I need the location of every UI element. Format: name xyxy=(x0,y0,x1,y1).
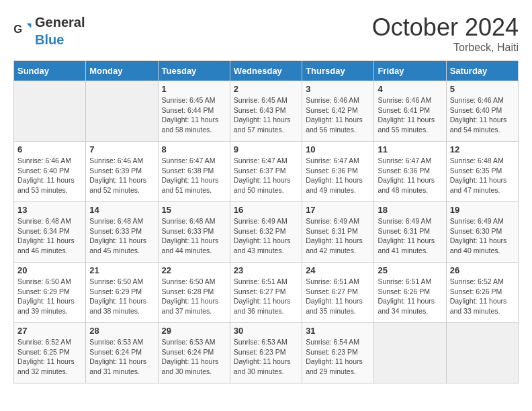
day-number: 22 xyxy=(162,265,226,275)
day-header-friday: Friday xyxy=(374,61,446,81)
day-number: 8 xyxy=(162,144,226,154)
day-info: Sunrise: 6:53 AM Sunset: 6:24 PM Dayligh… xyxy=(162,337,226,377)
calendar-cell: 10Sunrise: 6:47 AM Sunset: 6:36 PM Dayli… xyxy=(302,142,374,202)
calendar-cell: 2Sunrise: 6:45 AM Sunset: 6:43 PM Daylig… xyxy=(230,81,302,142)
day-info: Sunrise: 6:47 AM Sunset: 6:36 PM Dayligh… xyxy=(306,156,370,195)
day-number: 29 xyxy=(162,326,226,336)
calendar-cell: 18Sunrise: 6:49 AM Sunset: 6:31 PM Dayli… xyxy=(374,202,446,263)
logo-general-text: General xyxy=(35,15,85,30)
calendar-cell: 1Sunrise: 6:45 AM Sunset: 6:44 PM Daylig… xyxy=(158,81,230,142)
day-number: 27 xyxy=(17,326,82,336)
day-number: 13 xyxy=(17,205,82,215)
day-header-monday: Monday xyxy=(86,61,158,81)
day-number: 2 xyxy=(234,84,298,94)
day-number: 7 xyxy=(89,144,154,154)
day-info: Sunrise: 6:51 AM Sunset: 6:27 PM Dayligh… xyxy=(234,277,298,316)
calendar-cell: 31Sunrise: 6:54 AM Sunset: 6:23 PM Dayli… xyxy=(302,323,374,383)
day-number: 14 xyxy=(89,205,154,215)
calendar-cell: 5Sunrise: 6:46 AM Sunset: 6:40 PM Daylig… xyxy=(446,81,518,142)
title-block: October 2024 Torbeck, Haiti xyxy=(372,13,519,54)
day-info: Sunrise: 6:49 AM Sunset: 6:32 PM Dayligh… xyxy=(234,216,298,256)
calendar-cell: 6Sunrise: 6:46 AM Sunset: 6:40 PM Daylig… xyxy=(14,142,86,202)
calendar-cell xyxy=(374,323,446,383)
day-number: 25 xyxy=(378,265,442,275)
day-info: Sunrise: 6:45 AM Sunset: 6:44 PM Dayligh… xyxy=(162,95,226,135)
day-number: 11 xyxy=(378,144,442,154)
calendar-cell: 16Sunrise: 6:49 AM Sunset: 6:32 PM Dayli… xyxy=(230,202,302,263)
logo-blue-text: Blue xyxy=(35,32,64,47)
day-info: Sunrise: 6:50 AM Sunset: 6:29 PM Dayligh… xyxy=(17,277,82,316)
day-info: Sunrise: 6:46 AM Sunset: 6:41 PM Dayligh… xyxy=(378,95,442,135)
day-number: 16 xyxy=(234,205,298,215)
day-info: Sunrise: 6:50 AM Sunset: 6:29 PM Dayligh… xyxy=(89,277,154,316)
calendar-cell: 12Sunrise: 6:48 AM Sunset: 6:35 PM Dayli… xyxy=(446,142,518,202)
day-info: Sunrise: 6:53 AM Sunset: 6:24 PM Dayligh… xyxy=(89,337,154,377)
day-number: 10 xyxy=(306,144,370,154)
calendar-cell: 29Sunrise: 6:53 AM Sunset: 6:24 PM Dayli… xyxy=(158,323,230,383)
calendar-cell: 7Sunrise: 6:46 AM Sunset: 6:39 PM Daylig… xyxy=(86,142,158,202)
day-number: 17 xyxy=(306,205,370,215)
week-row-3: 13Sunrise: 6:48 AM Sunset: 6:34 PM Dayli… xyxy=(14,202,519,263)
calendar-cell xyxy=(446,323,518,383)
calendar-cell: 13Sunrise: 6:48 AM Sunset: 6:34 PM Dayli… xyxy=(14,202,86,263)
calendar-cell xyxy=(86,81,158,142)
day-header-tuesday: Tuesday xyxy=(158,61,230,81)
page-header: G General Blue October 2024 Torbeck, Hai… xyxy=(13,13,519,54)
month-title: October 2024 xyxy=(372,13,519,42)
day-number: 23 xyxy=(234,265,298,275)
calendar-cell: 30Sunrise: 6:53 AM Sunset: 6:23 PM Dayli… xyxy=(230,323,302,383)
day-number: 30 xyxy=(234,326,298,336)
location: Torbeck, Haiti xyxy=(372,42,519,54)
day-info: Sunrise: 6:53 AM Sunset: 6:23 PM Dayligh… xyxy=(234,337,298,377)
day-number: 15 xyxy=(162,205,226,215)
calendar-cell: 15Sunrise: 6:48 AM Sunset: 6:33 PM Dayli… xyxy=(158,202,230,263)
day-info: Sunrise: 6:48 AM Sunset: 6:33 PM Dayligh… xyxy=(162,216,226,256)
day-info: Sunrise: 6:46 AM Sunset: 6:39 PM Dayligh… xyxy=(89,156,154,195)
calendar-cell: 4Sunrise: 6:46 AM Sunset: 6:41 PM Daylig… xyxy=(374,81,446,142)
calendar-cell: 14Sunrise: 6:48 AM Sunset: 6:33 PM Dayli… xyxy=(86,202,158,263)
day-info: Sunrise: 6:46 AM Sunset: 6:42 PM Dayligh… xyxy=(306,95,370,135)
day-number: 1 xyxy=(162,84,226,94)
calendar-cell: 27Sunrise: 6:52 AM Sunset: 6:25 PM Dayli… xyxy=(14,323,86,383)
day-info: Sunrise: 6:50 AM Sunset: 6:28 PM Dayligh… xyxy=(162,277,226,316)
calendar-cell: 23Sunrise: 6:51 AM Sunset: 6:27 PM Dayli… xyxy=(230,263,302,323)
day-info: Sunrise: 6:49 AM Sunset: 6:31 PM Dayligh… xyxy=(306,216,370,256)
logo: G General Blue xyxy=(13,13,85,48)
calendar-cell: 19Sunrise: 6:49 AM Sunset: 6:30 PM Dayli… xyxy=(446,202,518,263)
day-header-saturday: Saturday xyxy=(446,61,518,81)
day-header-thursday: Thursday xyxy=(302,61,374,81)
day-number: 20 xyxy=(17,265,82,275)
calendar-cell: 21Sunrise: 6:50 AM Sunset: 6:29 PM Dayli… xyxy=(86,263,158,323)
day-info: Sunrise: 6:52 AM Sunset: 6:25 PM Dayligh… xyxy=(17,337,82,377)
day-number: 9 xyxy=(234,144,298,154)
calendar-cell: 3Sunrise: 6:46 AM Sunset: 6:42 PM Daylig… xyxy=(302,81,374,142)
day-header-wednesday: Wednesday xyxy=(230,61,302,81)
day-info: Sunrise: 6:54 AM Sunset: 6:23 PM Dayligh… xyxy=(306,337,370,377)
week-row-1: 1Sunrise: 6:45 AM Sunset: 6:44 PM Daylig… xyxy=(14,81,519,142)
calendar-cell: 20Sunrise: 6:50 AM Sunset: 6:29 PM Dayli… xyxy=(14,263,86,323)
day-number: 4 xyxy=(378,84,442,94)
day-number: 19 xyxy=(450,205,515,215)
day-info: Sunrise: 6:48 AM Sunset: 6:34 PM Dayligh… xyxy=(17,216,82,256)
day-info: Sunrise: 6:47 AM Sunset: 6:38 PM Dayligh… xyxy=(162,156,226,195)
day-info: Sunrise: 6:48 AM Sunset: 6:35 PM Dayligh… xyxy=(450,156,515,195)
svg-text:G: G xyxy=(13,23,22,35)
day-header-sunday: Sunday xyxy=(14,61,86,81)
calendar-cell: 8Sunrise: 6:47 AM Sunset: 6:38 PM Daylig… xyxy=(158,142,230,202)
day-info: Sunrise: 6:46 AM Sunset: 6:40 PM Dayligh… xyxy=(17,156,82,195)
calendar-cell: 25Sunrise: 6:51 AM Sunset: 6:26 PM Dayli… xyxy=(374,263,446,323)
day-number: 12 xyxy=(450,144,515,154)
svg-marker-1 xyxy=(27,24,32,28)
day-info: Sunrise: 6:49 AM Sunset: 6:31 PM Dayligh… xyxy=(378,216,442,256)
day-number: 24 xyxy=(306,265,370,275)
calendar-cell: 17Sunrise: 6:49 AM Sunset: 6:31 PM Dayli… xyxy=(302,202,374,263)
day-info: Sunrise: 6:47 AM Sunset: 6:36 PM Dayligh… xyxy=(378,156,442,195)
day-info: Sunrise: 6:51 AM Sunset: 6:27 PM Dayligh… xyxy=(306,277,370,316)
logo-general: G xyxy=(13,21,32,40)
week-row-2: 6Sunrise: 6:46 AM Sunset: 6:40 PM Daylig… xyxy=(14,142,519,202)
calendar-cell: 22Sunrise: 6:50 AM Sunset: 6:28 PM Dayli… xyxy=(158,263,230,323)
day-info: Sunrise: 6:51 AM Sunset: 6:26 PM Dayligh… xyxy=(378,277,442,316)
day-info: Sunrise: 6:48 AM Sunset: 6:33 PM Dayligh… xyxy=(89,216,154,256)
day-number: 21 xyxy=(89,265,154,275)
day-info: Sunrise: 6:45 AM Sunset: 6:43 PM Dayligh… xyxy=(234,95,298,135)
